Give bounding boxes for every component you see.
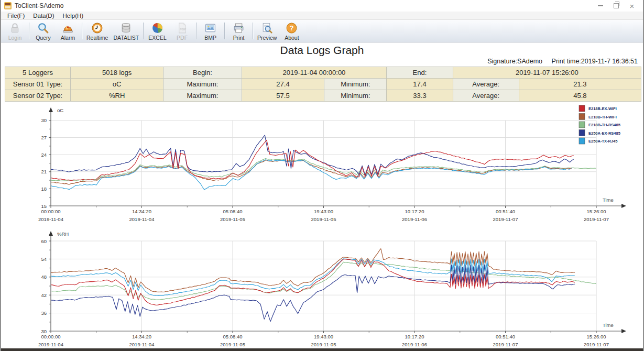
signature-line: Signature:SAdemo Print time:2019-11-7 16…: [487, 58, 638, 65]
legend-swatch: [579, 114, 585, 120]
y-tick-label: 30: [41, 328, 47, 334]
legend-label: E218B-EX-WIFI: [588, 106, 617, 111]
summary-cell: Begin:: [163, 67, 242, 79]
x-tick-time-label: 00:51:40: [496, 209, 515, 214]
x-tick-date-label: 2019-11-05: [311, 216, 336, 222]
menu-item-helph[interactable]: Help(H): [58, 13, 88, 19]
svg-text:PDF: PDF: [180, 27, 187, 30]
menu-item-filef[interactable]: File(F): [3, 13, 29, 19]
x-tick-time-label: 15:26:00: [587, 209, 606, 214]
x-tick-date-label: 2019-11-06: [402, 216, 427, 222]
x-tick-time-label: 00:00:00: [41, 209, 61, 214]
summary-cell: Average:: [453, 90, 519, 102]
y-tick-label: 27: [41, 135, 47, 140]
toolbar-button-label: Print: [233, 35, 245, 41]
summary-cell: Sensor 01 Type:: [5, 79, 71, 90]
x-tick-time-label: 05:08:40: [223, 334, 243, 339]
summary-cell: 5018 logs: [71, 67, 163, 79]
svg-text:?: ?: [290, 24, 294, 31]
summary-table: 5 Loggers5018 logsBegin:2019-11-04 00:00…: [5, 67, 641, 102]
y-axis-unit-label: %RH: [57, 231, 69, 237]
summary-cell: 57.5: [242, 90, 324, 102]
toolbar-button-preview[interactable]: Preview: [255, 20, 279, 41]
series-line-e250a-tx-rj45: [51, 160, 572, 190]
toolbar-button-label: About: [285, 35, 299, 41]
toolbar-button-excel[interactable]: EXCEL: [145, 20, 170, 41]
alarm-icon: [61, 21, 74, 35]
summary-table-body: 5 Loggers5018 logsBegin:2019-11-04 00:00…: [5, 67, 641, 102]
toolbar-button-label: Realtime: [86, 35, 108, 41]
pdf-icon: PDF: [176, 21, 189, 35]
toolbar-button-label: PDF: [177, 35, 188, 41]
x-tick-date-label: 2019-11-05: [311, 342, 336, 347]
close-button[interactable]: ×: [624, 0, 640, 12]
summary-cell: Minimum:: [324, 90, 387, 102]
toolbar-button-label: BMP: [204, 35, 216, 41]
summary-cell: 2019-11-04 00:00:00: [242, 67, 387, 79]
x-tick-time-label: 00:00:00: [41, 334, 61, 339]
summary-cell: 5 Loggers: [5, 67, 71, 79]
summary-cell: Maximum:: [163, 90, 242, 102]
toolbar-button-print[interactable]: Print: [226, 20, 251, 41]
toolbar-separator: [253, 23, 253, 39]
y-tick-label: 21: [41, 169, 47, 174]
y-tick-label: 24: [41, 152, 47, 158]
minimize-button[interactable]: [593, 0, 608, 12]
menu-item-datad[interactable]: Data(D): [29, 13, 58, 19]
x-tick-time-label: 10:17:20: [405, 334, 424, 339]
legend-label: E250A-EX-RS485: [588, 131, 620, 136]
summary-cell: End:: [387, 67, 453, 79]
x-tick-time-label: 05:08:40: [223, 209, 243, 214]
restore-button[interactable]: [608, 0, 624, 12]
app-icon: [4, 2, 12, 9]
summary-cell: 17.4: [387, 79, 453, 90]
app-window: ToClient-SAdemo × File(F)Data(D)Help(H) …: [0, 0, 644, 351]
toolbar-separator: [82, 23, 82, 39]
summary-cell: %RH: [71, 90, 163, 102]
close-icon: ×: [630, 2, 635, 10]
y-axis-unit-label: oC: [57, 107, 63, 113]
series-line-e218b-ex-wifi: [51, 259, 575, 305]
toolbar-button-pdf: PDFPDF: [170, 20, 194, 41]
minimize-icon: [598, 5, 603, 6]
legend-swatch: [579, 130, 585, 136]
summary-cell: 33.3: [387, 90, 453, 102]
summary-cell: Average:: [453, 79, 519, 90]
menu-bar: File(F)Data(D)Help(H): [1, 12, 643, 20]
x-tick-date-label: 2019-11-07: [584, 342, 609, 347]
summary-cell: 27.4: [242, 79, 324, 90]
database-icon: [119, 21, 133, 35]
x-tick-time-label: 14:34:20: [132, 334, 151, 339]
summary-cell: oC: [71, 79, 163, 90]
x-tick-time-label: 10:17:20: [405, 209, 424, 214]
toolbar-button-label: Preview: [257, 35, 277, 41]
x-tick-date-label: 2019-11-07: [493, 342, 518, 347]
y-tick-label: 30: [41, 117, 47, 123]
restore-icon: [614, 3, 619, 8]
toolbar-button-datalist[interactable]: DATALIST: [111, 20, 141, 41]
clock-icon: [91, 21, 104, 35]
y-tick-label: 42: [41, 292, 47, 298]
summary-cell: Minimum:: [324, 79, 387, 90]
lock-icon: [8, 21, 21, 35]
toolbar-button-bmp[interactable]: BMP: [198, 20, 223, 41]
legend-label: E218B-TH-WIFI: [588, 115, 617, 119]
bottom-edge-strip: [1, 348, 643, 351]
toolbar-button-alarm[interactable]: Alarm: [56, 20, 80, 41]
magnifier-icon: [37, 21, 50, 35]
toolbar-button-query[interactable]: Query: [31, 20, 56, 41]
y-tick-label: 36: [41, 310, 47, 316]
image-icon: [204, 21, 217, 35]
title-bar: ToClient-SAdemo ×: [1, 0, 643, 12]
x-tick-date-label: 2019-11-06: [402, 342, 427, 347]
legend-swatch: [579, 122, 585, 128]
x-tick-date-label: 2019-11-04: [129, 342, 155, 347]
legend-swatch: [579, 138, 585, 144]
toolbar-button-label: Query: [36, 35, 51, 41]
x-tick-date-label: 2019-11-05: [220, 216, 245, 222]
page-title: Data Logs Graph: [1, 44, 643, 57]
toolbar-button-about[interactable]: ?About: [279, 20, 304, 41]
toolbar-button-realtime[interactable]: Realtime: [84, 20, 111, 41]
series-line-e218b-th-wifi: [51, 249, 575, 292]
x-tick-date-label: 2019-11-07: [493, 216, 518, 222]
